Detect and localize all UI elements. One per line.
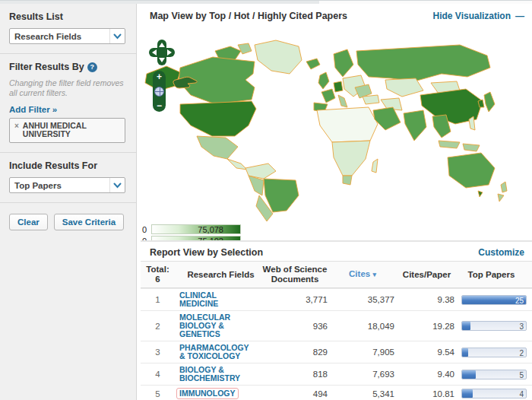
top-papers-value: 3	[519, 322, 524, 332]
save-criteria-button[interactable]: Save Criteria	[54, 214, 124, 230]
top-papers-bar-fill	[462, 389, 473, 398]
map-panel-header: Map View by Top / Hot / Highly Cited Pap…	[141, 4, 532, 25]
active-filter-tag[interactable]: × ANHUI MEDICAL UNIVERSITY	[9, 118, 125, 143]
field-link[interactable]: BIOLOGY & BIOCHEMISTRY	[179, 366, 252, 383]
row-cites: 7,693	[331, 370, 399, 379]
row-rank: 4	[141, 370, 175, 379]
include-results-select[interactable]: Top Papers	[9, 177, 125, 193]
results-table: Total: 6 Research Fields Web of Science …	[141, 261, 532, 400]
row-docs: 829	[262, 348, 331, 357]
top-papers-bar-fill	[462, 348, 468, 357]
filter-by-section: Filter Results By? Changing the filter f…	[0, 54, 136, 152]
legend-gradient-bar: 75,078	[151, 224, 241, 234]
top-papers-bar: 25	[461, 295, 527, 305]
top-papers-bar: 4	[461, 389, 527, 398]
total-label: Total:	[141, 265, 175, 275]
row-cites-per-paper: 9.40	[399, 370, 456, 379]
customize-link[interactable]: Customize	[478, 247, 524, 258]
field-link[interactable]: PHARMACOLOGY & TOXICOLOGY	[179, 344, 252, 360]
include-results-heading: Include Results For	[9, 160, 125, 171]
row-rank: 1	[141, 295, 175, 304]
field-link[interactable]: MOLECULAR BIOLOGY & GENETICS	[179, 313, 252, 338]
row-rank: 3	[141, 348, 175, 357]
row-cites-per-paper: 9.54	[399, 348, 456, 357]
col-cites-per-paper: Cites/Paper	[399, 270, 456, 280]
help-icon[interactable]: ?	[87, 62, 97, 72]
row-docs: 494	[262, 389, 331, 398]
top-papers-value: 25	[515, 296, 524, 306]
include-results-value: Top Papers	[10, 181, 109, 190]
zoom-in-button[interactable]: +	[157, 72, 162, 81]
total-count: Total: 6	[141, 265, 175, 284]
cites-sort-link[interactable]: Cites	[349, 269, 370, 278]
field-link[interactable]: CLINICAL MEDICINE	[179, 291, 252, 308]
main-panel: Map View by Top / Hot / Highly Cited Pap…	[141, 4, 532, 400]
top-papers-bar: 5	[461, 370, 527, 379]
row-cites-per-paper: 10.81	[399, 389, 456, 398]
total-value: 6	[141, 275, 175, 284]
row-cites: 18,049	[331, 322, 399, 331]
results-list-heading: Results List	[9, 11, 125, 22]
row-cites: 5,341	[331, 389, 399, 398]
legend-max-label: 75,078	[198, 225, 223, 234]
legend-min-label: 0	[142, 225, 150, 234]
top-papers-bar-fill	[462, 322, 470, 330]
col-wos-documents: Web of Science Documents	[262, 265, 331, 284]
filter-note: Changing the filter field removes all cu…	[9, 78, 125, 98]
table-row: 1 CLINICAL MEDICINE 3,771 35,377 9.38 25	[141, 288, 532, 310]
col-cites-sort[interactable]: Cites ▾	[331, 269, 399, 280]
map-legend: 0 75,078 0 75,102	[142, 224, 256, 240]
report-view-title: Report View by Selection	[150, 247, 263, 258]
legend-gradient-bar: 75,102	[151, 236, 241, 240]
results-list-value: Research Fields	[10, 32, 109, 41]
report-header: Report View by Selection Customize	[141, 242, 532, 261]
remove-filter-icon[interactable]: ×	[14, 122, 19, 130]
world-map-region[interactable]: + − 0 75,078 0 75,102	[141, 25, 532, 240]
active-filter-label: ANHUI MEDICAL UNIVERSITY	[23, 122, 106, 138]
table-body: 1 CLINICAL MEDICINE 3,771 35,377 9.38 25…	[141, 288, 532, 400]
map-zoom-control[interactable]: + −	[153, 71, 166, 112]
zoom-out-button[interactable]: −	[157, 101, 162, 110]
row-docs: 3,771	[262, 295, 331, 304]
chevron-down-icon[interactable]	[109, 178, 125, 192]
top-papers-bar-fill	[462, 370, 476, 379]
col-top-papers: Top Papers	[456, 270, 532, 280]
map-pan-compass[interactable]	[148, 39, 176, 66]
legend-row-clipped: 0 75,102	[142, 235, 256, 240]
table-header-row: Total: 6 Research Fields Web of Science …	[141, 261, 532, 288]
field-link[interactable]: IMMUNOLOGY	[176, 388, 239, 399]
row-docs: 936	[262, 322, 331, 331]
hide-visualization-link[interactable]: Hide Visualization—	[433, 11, 524, 21]
row-cites: 35,377	[331, 295, 399, 304]
legend-row: 0 75,078	[142, 224, 256, 235]
results-list-select[interactable]: Research Fields	[9, 28, 125, 44]
row-cites-per-paper: 9.38	[399, 295, 456, 304]
sidebar-buttons: Clear Save Criteria	[0, 203, 136, 241]
map-view-title: Map View by Top / Hot / Highly Cited Pap…	[150, 11, 347, 21]
top-papers-bar: 3	[461, 321, 527, 331]
top-papers-value: 5	[519, 370, 524, 380]
table-row: 2 MOLECULAR BIOLOGY & GENETICS 936 18,04…	[141, 310, 532, 341]
row-docs: 818	[262, 370, 331, 379]
include-results-section: Include Results For Top Papers	[0, 153, 136, 202]
col-research-fields: Research Fields	[175, 270, 262, 280]
add-filter-link[interactable]: Add Filter »	[9, 105, 57, 114]
top-papers-bar: 2	[461, 348, 527, 357]
clear-button[interactable]: Clear	[9, 214, 48, 230]
top-papers-value: 2	[519, 348, 524, 358]
table-row: 4 BIOLOGY & BIOCHEMISTRY 818 7,693 9.40 …	[141, 363, 532, 385]
globe-icon[interactable]	[154, 87, 164, 97]
choropleth-world-map[interactable]	[141, 34, 532, 223]
legend-max-label: 75,102	[198, 237, 223, 240]
hide-visualization-label: Hide Visualization	[433, 11, 511, 21]
top-papers-value: 4	[519, 389, 524, 399]
row-rank: 5	[141, 389, 175, 398]
table-row: 3 PHARMACOLOGY & TOXICOLOGY 829 7,905 9.…	[141, 341, 532, 363]
results-list-section: Results List Research Fields	[0, 4, 136, 53]
row-cites: 7,905	[331, 348, 399, 357]
legend-min-label: 0	[142, 237, 150, 241]
row-rank: 2	[141, 322, 175, 331]
chevron-down-icon[interactable]	[109, 29, 125, 43]
filter-by-heading: Filter Results By?	[9, 62, 125, 72]
map-controls: + −	[148, 39, 179, 112]
